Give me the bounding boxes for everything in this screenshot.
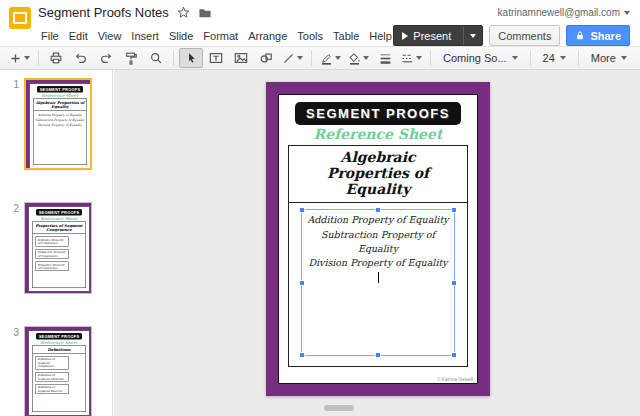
redo-button[interactable] bbox=[94, 48, 118, 68]
body-line: Division Property of Equality bbox=[302, 256, 454, 270]
font-family-dropdown[interactable]: Coming So... bbox=[436, 48, 525, 68]
fill-color-button[interactable] bbox=[345, 48, 372, 68]
more-dropdown[interactable]: More bbox=[584, 48, 634, 68]
menu-slide[interactable]: Slide bbox=[164, 30, 198, 42]
resize-handle[interactable] bbox=[375, 352, 381, 358]
chevron-down-icon bbox=[297, 56, 303, 60]
menu-tools[interactable]: Tools bbox=[292, 30, 328, 42]
lock-icon bbox=[575, 30, 585, 41]
resize-handle[interactable] bbox=[299, 280, 305, 286]
slide-page: SEGMENT PROOFS Reference Sheet Algebraic… bbox=[278, 94, 478, 384]
thumb-heading: Definitions bbox=[33, 346, 86, 354]
line-weight-button[interactable] bbox=[373, 48, 397, 68]
menu-help[interactable]: Help bbox=[364, 30, 397, 42]
menu-view[interactable]: View bbox=[93, 30, 127, 42]
google-slides-app: Segment Proofs Notes katrinamnewell@gmai… bbox=[0, 0, 640, 416]
slide-thumbnail-2[interactable]: SEGMENT PROOFS Reference Sheet Propertie… bbox=[24, 202, 92, 294]
shape-button[interactable] bbox=[254, 48, 278, 68]
slide-editor[interactable]: SEGMENT PROOFS Reference Sheet Algebraic… bbox=[266, 82, 490, 396]
resize-handle[interactable] bbox=[451, 352, 457, 358]
star-icon[interactable] bbox=[177, 6, 190, 19]
resize-handle[interactable] bbox=[299, 352, 305, 358]
slide-number: 1 bbox=[0, 78, 24, 170]
chevron-down-icon bbox=[621, 56, 627, 60]
menu-file[interactable]: File bbox=[36, 30, 64, 42]
thumb-heading: Properties of Segment Congruence bbox=[33, 222, 86, 234]
document-title[interactable]: Segment Proofs Notes bbox=[38, 5, 169, 20]
share-button[interactable]: Share bbox=[566, 25, 630, 46]
resize-handle[interactable] bbox=[299, 207, 305, 213]
resize-handle[interactable] bbox=[451, 207, 457, 213]
toolbar: Coming So... 24 More bbox=[0, 46, 640, 70]
chevron-down-icon bbox=[560, 56, 566, 60]
menu-format[interactable]: Format bbox=[198, 30, 243, 42]
thumb-subtitle: Reference Sheet bbox=[41, 216, 78, 221]
content-box[interactable]: Algebraic Properties of Equality Additio… bbox=[288, 145, 468, 367]
chevron-down-icon bbox=[24, 56, 30, 60]
play-icon bbox=[402, 32, 408, 40]
thumb-heading: Algebraic Properties of Equality bbox=[34, 99, 87, 111]
line-color-button[interactable] bbox=[317, 48, 344, 68]
line-tool-button[interactable] bbox=[279, 48, 306, 68]
slide-canvas[interactable]: SEGMENT PROOFS Reference Sheet Algebraic… bbox=[114, 70, 640, 416]
content-heading[interactable]: Algebraic Properties of Equality bbox=[289, 146, 467, 203]
resize-handle[interactable] bbox=[451, 280, 457, 286]
chevron-down-icon bbox=[363, 56, 369, 60]
line-dash-button[interactable] bbox=[398, 48, 425, 68]
titlebar: Segment Proofs Notes katrinamnewell@gmai… bbox=[0, 0, 640, 26]
comments-button[interactable]: Comments bbox=[489, 25, 560, 46]
menu-table[interactable]: Table bbox=[328, 30, 364, 42]
chevron-down-icon bbox=[624, 11, 630, 15]
horizontal-scrollbar[interactable] bbox=[324, 405, 354, 411]
slide-number: 2 bbox=[0, 202, 24, 294]
menu-edit[interactable]: Edit bbox=[64, 30, 93, 42]
chevron-down-icon bbox=[470, 34, 476, 38]
body-line: Addition Property of Equality bbox=[302, 213, 454, 227]
credit-text[interactable]: © Katrina Newell bbox=[437, 377, 473, 382]
select-tool-button[interactable] bbox=[179, 48, 203, 68]
chevron-down-icon bbox=[335, 56, 341, 60]
text-cursor bbox=[378, 272, 379, 283]
new-slide-button[interactable] bbox=[6, 48, 33, 68]
thumb-subtitle: Reference Sheet bbox=[41, 340, 78, 345]
zoom-button[interactable] bbox=[144, 48, 168, 68]
menu-insert[interactable]: Insert bbox=[126, 30, 164, 42]
slides-logo-icon[interactable] bbox=[9, 7, 31, 29]
thumb-subtitle: Reference Sheet bbox=[42, 93, 79, 98]
image-button[interactable] bbox=[229, 48, 253, 68]
body-line: Subtraction Property of Equality bbox=[302, 228, 454, 257]
account-menu[interactable]: katrinamnewell@gmail.com bbox=[498, 7, 630, 18]
undo-button[interactable] bbox=[69, 48, 93, 68]
filmstrip-row-2: 2 SEGMENT PROOFS Reference Sheet Propert… bbox=[0, 202, 112, 294]
filmstrip-row-1: 1 SEGMENT PROOFS Reference Sheet Algebra… bbox=[0, 78, 112, 170]
paint-format-button[interactable] bbox=[119, 48, 143, 68]
slide-title-banner[interactable]: SEGMENT PROOFS bbox=[295, 102, 461, 125]
text-box-button[interactable] bbox=[204, 48, 228, 68]
present-button[interactable]: Present bbox=[393, 25, 483, 46]
slide-thumbnail-3[interactable]: SEGMENT PROOFS Reference Sheet Definitio… bbox=[24, 326, 92, 416]
slide-number: 3 bbox=[0, 326, 24, 416]
account-email: katrinamnewell@gmail.com bbox=[498, 7, 620, 18]
print-button[interactable] bbox=[44, 48, 68, 68]
workspace: 1 SEGMENT PROOFS Reference Sheet Algebra… bbox=[0, 70, 640, 416]
selected-text-box[interactable]: Addition Property of Equality Subtractio… bbox=[301, 209, 455, 356]
slide-thumbnail-1[interactable]: SEGMENT PROOFS Reference Sheet Algebraic… bbox=[24, 78, 92, 170]
slide-filmstrip: 1 SEGMENT PROOFS Reference Sheet Algebra… bbox=[0, 70, 113, 416]
chevron-down-icon bbox=[416, 56, 422, 60]
menu-arrange[interactable]: Arrange bbox=[243, 30, 292, 42]
font-size-dropdown[interactable]: 24 bbox=[536, 48, 573, 68]
slide-subtitle[interactable]: Reference Sheet bbox=[314, 126, 443, 142]
present-options-button[interactable] bbox=[463, 26, 482, 45]
resize-handle[interactable] bbox=[375, 207, 381, 213]
chevron-down-icon bbox=[512, 56, 518, 60]
filmstrip-row-3: 3 SEGMENT PROOFS Reference Sheet Definit… bbox=[0, 326, 112, 416]
folder-icon[interactable] bbox=[198, 7, 212, 19]
